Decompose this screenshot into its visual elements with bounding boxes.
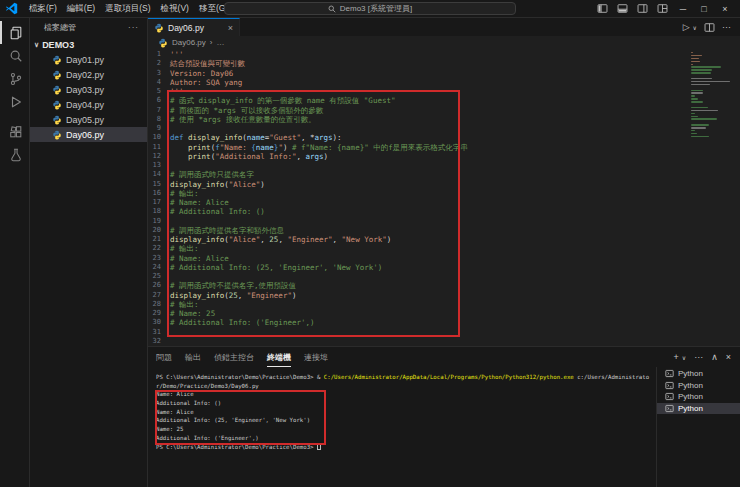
python-file-icon xyxy=(154,23,164,33)
editor-group: Day06.py × ▷ ∨ ··· Day06.py › … 1'''2結合預… xyxy=(148,18,740,487)
code-line: 28# 輸出: xyxy=(148,300,688,309)
line-number: 27 xyxy=(148,291,168,300)
panel-more-icon[interactable]: ··· xyxy=(694,352,703,362)
search-icon[interactable] xyxy=(0,44,29,67)
toggle-secondary-sidebar-icon[interactable] xyxy=(637,3,648,14)
breadcrumb[interactable]: Day06.py › … xyxy=(148,36,740,49)
menu-edit[interactable]: 編輯(E) xyxy=(62,3,100,15)
code-text: # 而後面的 *args 可以接收多個額外的參數 xyxy=(168,106,323,115)
line-number: 13 xyxy=(148,161,168,170)
code-area[interactable]: 1'''2結合預設值與可變引數3Version: Day064Author: S… xyxy=(148,49,688,346)
line-number: 18 xyxy=(148,207,168,216)
terminal-icon xyxy=(665,404,674,413)
code-text: # Name: Alice xyxy=(168,254,229,263)
maximize-button[interactable]: □ xyxy=(698,4,710,14)
code-line: 5''' xyxy=(148,87,688,96)
code-line: 10def display_info(name="Guest", *args): xyxy=(148,133,688,142)
close-button[interactable]: × xyxy=(719,4,731,14)
terminal-list-item[interactable]: Python xyxy=(657,391,740,403)
code-line: 6# 函式 display_info 的第一個參數 name 有預設值 "Gue… xyxy=(148,96,688,105)
extensions-icon[interactable] xyxy=(0,120,29,143)
code-text: # 調用函式時提供名字和額外信息 xyxy=(168,226,284,235)
python-file-icon xyxy=(158,38,168,48)
testing-icon[interactable] xyxy=(0,143,29,166)
menu-selection[interactable]: 選取項目(S) xyxy=(100,3,155,15)
panel-tab[interactable]: 輸出 xyxy=(185,348,201,366)
explorer-icon[interactable] xyxy=(0,21,29,44)
minimap-line xyxy=(691,52,693,53)
tab-label: Day06.py xyxy=(168,23,204,33)
editor-more-icon[interactable]: ··· xyxy=(722,22,731,32)
code-text: print("Additional Info:", args) xyxy=(168,152,328,161)
toggle-sidebar-icon[interactable] xyxy=(597,3,608,14)
folder-root[interactable]: ∨ DEMO3 xyxy=(30,37,147,52)
customize-layout-icon[interactable] xyxy=(657,3,668,14)
code-text: 結合預設值與可變引數 xyxy=(168,59,245,68)
new-terminal-icon[interactable]: + xyxy=(673,352,678,362)
code-line: 17# Name: Alice xyxy=(148,198,688,207)
code-text: # 調用函式時不提供名字,使用預設值 xyxy=(168,281,296,290)
terminal-output[interactable]: PS C:\Users\Administrator\Demo\Practice\… xyxy=(148,367,656,487)
file-item[interactable]: Day01.py xyxy=(30,52,147,67)
terminal-label: Python xyxy=(678,404,703,413)
command-center[interactable]: Demo3 [系統管理員] xyxy=(224,2,516,15)
code-line: 24# Additional Info: (25, 'Engineer', 'N… xyxy=(148,263,688,272)
menu-view[interactable]: 檢視(V) xyxy=(156,3,194,15)
minimap-line xyxy=(691,90,703,91)
code-line: 9 xyxy=(148,124,688,133)
code-editor[interactable]: 1'''2結合預設值與可變引數3Version: Day064Author: S… xyxy=(148,49,740,346)
minimap-line xyxy=(691,113,695,114)
python-file-icon xyxy=(52,85,62,95)
terminal-line: Additional Info: (25, 'Engineer', 'New Y… xyxy=(156,416,656,425)
menu-file[interactable]: 檔案(F) xyxy=(24,3,62,15)
panel-maximize-icon[interactable]: ∧ xyxy=(711,352,718,362)
terminal-dropdown-icon[interactable]: ∨ xyxy=(682,354,686,361)
line-number: 26 xyxy=(148,281,168,290)
code-line: 32 xyxy=(148,337,688,346)
python-file-icon xyxy=(52,100,62,110)
breadcrumb-symbol[interactable]: … xyxy=(216,38,224,47)
panel-tab[interactable]: 終端機 xyxy=(267,348,291,367)
tab-close-icon[interactable]: × xyxy=(228,23,233,33)
code-line: 12 print("Additional Info:", args) xyxy=(148,152,688,161)
terminal-list-item[interactable]: Python xyxy=(657,403,740,415)
minimize-button[interactable]: ─ xyxy=(677,4,689,14)
run-python-file-icon[interactable]: ▷ xyxy=(683,22,690,32)
sidebar-more-icon[interactable]: ··· xyxy=(128,23,139,32)
split-editor-icon[interactable] xyxy=(704,22,715,33)
panel-close-icon[interactable]: × xyxy=(726,352,731,362)
titlebar-controls: ─ □ × xyxy=(597,3,740,14)
code-line: 22# 輸出: xyxy=(148,244,688,253)
code-text: # 輸出: xyxy=(168,244,199,253)
minimap-line xyxy=(691,124,709,125)
minimap-line xyxy=(691,92,703,93)
line-number: 9 xyxy=(148,124,168,133)
terminal-list-item[interactable]: Python xyxy=(657,380,740,392)
tab-day06[interactable]: Day06.py × xyxy=(148,18,240,36)
terminal-list-item[interactable]: Python xyxy=(657,368,740,380)
file-item[interactable]: Day03.py xyxy=(30,82,147,97)
file-item[interactable]: Day06.py xyxy=(30,127,147,142)
panel-tab[interactable]: 問題 xyxy=(156,348,172,366)
breadcrumb-file[interactable]: Day06.py xyxy=(172,38,206,47)
terminal-line: PS C:\Users\Administrator\Demo\Practice\… xyxy=(156,373,656,382)
line-number: 21 xyxy=(148,235,168,244)
minimap-line xyxy=(691,55,702,56)
source-control-icon[interactable] xyxy=(0,67,29,90)
run-dropdown-icon[interactable]: ∨ xyxy=(693,24,697,31)
minimap-line xyxy=(691,133,697,134)
panel-tab[interactable]: 連接埠 xyxy=(304,348,328,366)
run-debug-icon[interactable] xyxy=(0,90,29,113)
line-number: 20 xyxy=(148,226,168,235)
file-item[interactable]: Day04.py xyxy=(30,97,147,112)
code-text: # Name: Alice xyxy=(168,198,229,207)
file-item[interactable]: Day05.py xyxy=(30,112,147,127)
panel-tab[interactable]: 偵錯主控台 xyxy=(214,348,254,366)
terminal-line: PS C:\Users\Administrator\Demo\Practice\… xyxy=(156,443,656,452)
toggle-panel-icon[interactable] xyxy=(617,3,628,14)
line-number: 5 xyxy=(148,87,168,96)
file-name: Day04.py xyxy=(66,100,104,110)
file-item[interactable]: Day02.py xyxy=(30,67,147,82)
panel-actions: + ∨ ··· ∧ × xyxy=(673,352,731,362)
minimap[interactable] xyxy=(688,49,740,346)
